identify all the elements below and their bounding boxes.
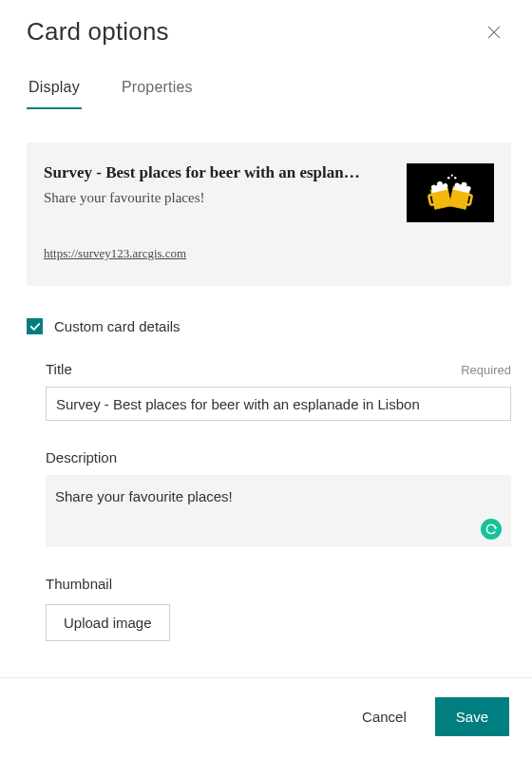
title-label-row: Title Required [46,361,511,377]
card-preview-link[interactable]: https://survey123.arcgis.com [44,246,186,261]
checkmark-icon [29,322,41,332]
checkbox-box [27,318,43,334]
card-options-dialog: Card options Display Properties Survey -… [0,0,532,759]
tab-properties[interactable]: Properties [120,69,195,109]
title-input[interactable] [46,387,511,421]
title-label: Title [46,361,72,377]
card-preview-text: Survey - Best places for beer with an es… [44,163,391,261]
grammarly-badge[interactable] [481,519,502,540]
description-label-row: Description [46,449,511,465]
thumbnail-field-group: Thumbnail Upload image [46,576,511,641]
checkbox-label: Custom card details [54,318,180,334]
close-icon [485,24,503,41]
custom-card-details-checkbox[interactable]: Custom card details [27,318,511,334]
description-label: Description [46,449,117,465]
grammarly-icon [484,522,498,536]
description-input[interactable] [46,475,511,543]
title-field-group: Title Required [46,361,511,421]
tab-display[interactable]: Display [27,69,82,109]
dialog-footer: Cancel Save [0,677,532,759]
thumbnail-label: Thumbnail [46,576,112,592]
dialog-body[interactable]: Display Properties Survey - Best places … [0,47,530,677]
card-preview-description: Share your favourite places! [44,190,391,206]
svg-point-12 [447,177,450,180]
close-button[interactable] [483,21,505,44]
tabs: Display Properties [27,69,511,110]
description-field-group: Description [46,449,511,547]
beer-mugs-icon [424,172,477,214]
card-preview: Survey - Best places for beer with an es… [27,142,511,286]
cancel-button[interactable]: Cancel [356,708,412,726]
custom-card-form: Title Required Description [27,361,511,641]
upload-image-button[interactable]: Upload image [46,604,170,641]
svg-point-14 [454,177,456,179]
description-textarea-wrap [46,475,511,547]
svg-point-13 [451,175,453,177]
dialog-title: Card options [27,17,169,47]
save-button[interactable]: Save [435,697,509,736]
card-preview-title: Survey - Best places for beer with an es… [44,163,391,182]
dialog-header: Card options [0,0,532,47]
card-preview-thumbnail [407,163,494,222]
required-indicator: Required [461,363,511,377]
